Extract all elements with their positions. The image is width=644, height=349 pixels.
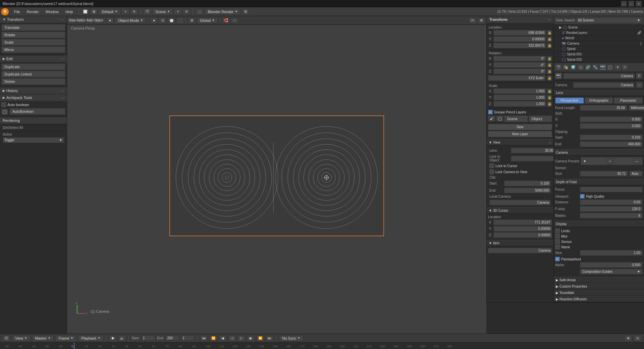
archipack-collapse[interactable]: — (61, 96, 64, 99)
lock-cursor-check[interactable] (489, 163, 494, 168)
scene-tab[interactable]: Scene (504, 115, 528, 122)
rot-x-lock[interactable]: 🔒 (547, 56, 552, 61)
scene-close-icon[interactable]: ✕ (183, 9, 190, 15)
translate-btn[interactable]: Translate (1, 24, 65, 31)
name-check[interactable] (555, 245, 560, 249)
current-frame-input[interactable] (181, 336, 195, 341)
sca-z-lock[interactable]: 🔒 (547, 101, 552, 107)
search-btn[interactable]: Search (565, 18, 575, 22)
rotate-btn[interactable]: Rotate (1, 32, 65, 38)
loc-z-input[interactable] (493, 43, 546, 48)
sensor-auto-dropdown[interactable]: Auto (629, 171, 643, 177)
anim-icon[interactable]: ⊙ (634, 335, 641, 341)
viewport-shade-btn[interactable]: ● (150, 17, 158, 23)
viewport-canvas[interactable]: Camera Persp (67, 25, 486, 327)
cam-presets-del[interactable]: — (634, 158, 640, 164)
disp-size-input[interactable] (580, 250, 643, 256)
end-frame-input[interactable] (166, 336, 179, 341)
scene-dropdown[interactable]: Scene (152, 9, 173, 15)
sca-y-input[interactable] (493, 95, 546, 100)
prop-material-icon[interactable]: ◯ (607, 64, 613, 70)
bottom-view-menu[interactable]: View (12, 335, 30, 341)
clip-end-prop-input[interactable] (580, 141, 643, 147)
engine-icon[interactable]: 🎥 (196, 9, 203, 15)
scene-btn[interactable]: ⚙ (478, 17, 485, 23)
mute-icon[interactable]: 🔈 (118, 335, 126, 341)
rotation-mode-input[interactable] (488, 75, 545, 81)
scene-item-renderlayers[interactable]: ☰ RenderLayers 🔗 (554, 30, 644, 36)
rot-y-input[interactable] (493, 62, 546, 68)
rot-x-input[interactable] (493, 56, 546, 61)
object-menu-btn[interactable]: Object (95, 17, 102, 23)
history-header[interactable]: ▶ History — (0, 87, 67, 94)
focal-unit-dropdown[interactable]: Millimeters (629, 105, 644, 111)
add-menu-btn[interactable]: Add (86, 17, 93, 23)
mist-check[interactable] (555, 234, 560, 239)
prop-physics-icon[interactable]: ⚛ (622, 64, 628, 70)
shift-y-input[interactable] (580, 123, 643, 129)
layout-add-icon[interactable]: + (122, 9, 129, 15)
pivot-dropdown[interactable]: Global (197, 17, 218, 23)
autobool-btn[interactable]: AutoBoolean (9, 108, 65, 115)
focal-input[interactable] (580, 105, 627, 111)
clip-start-input[interactable] (504, 181, 551, 186)
viewport-solid-btn[interactable]: ⬤ (168, 17, 175, 23)
custom-props-header[interactable]: ▶ Custom Properties (554, 283, 644, 290)
camera-obj-input[interactable] (573, 82, 635, 88)
proportional-btn[interactable]: ○ (231, 17, 238, 23)
orthographic-tab[interactable]: Orthographic (585, 97, 613, 104)
scene-item-root[interactable]: ▶ ◯ Scene (554, 25, 644, 30)
keying-icon[interactable]: ⊕ (625, 335, 632, 341)
jump-start-btn[interactable]: ⏮ (200, 335, 208, 341)
jump-end-btn[interactable]: ⏭ (266, 335, 273, 341)
sca-z-input[interactable] (493, 101, 546, 107)
play-reverse-btn[interactable]: ◁ (228, 335, 236, 341)
clip-end-input[interactable] (504, 188, 551, 193)
gamepad-btn[interactable]: 🎮 (469, 17, 476, 23)
sensor-size-input[interactable] (580, 171, 628, 177)
lens-input[interactable] (511, 148, 553, 153)
window-menu[interactable]: Window (43, 9, 61, 14)
prop-data-icon[interactable]: 📷 (599, 64, 606, 70)
auto-boolean-checkbox[interactable] (1, 102, 6, 107)
engine-icon2[interactable]: ⚙ (242, 9, 249, 15)
object-mode-dropdown[interactable]: Object Mode (115, 17, 146, 23)
panoramic-tab[interactable]: Panoramic (614, 97, 643, 104)
bottom-frame-menu[interactable]: Frame (56, 335, 76, 341)
view-btn[interactable]: View (556, 18, 563, 22)
clip-start-prop-input[interactable] (580, 135, 643, 140)
view-menu-btn[interactable]: View (68, 17, 76, 23)
minimize-button[interactable]: — (621, 1, 627, 6)
render-menu[interactable]: Render (24, 9, 42, 14)
prop-particles-icon[interactable]: ✦ (614, 64, 621, 70)
layout-icon2[interactable]: ⊞ (90, 9, 98, 15)
scene-icon[interactable]: 🎬 (144, 9, 151, 15)
viewport-wire-btn[interactable]: ⊙ (159, 17, 166, 23)
new-layer-btn[interactable]: New Layer (488, 131, 552, 137)
fstop-input[interactable] (580, 206, 643, 212)
layout-dropdown[interactable]: Default (99, 9, 121, 15)
rot-mode-lock[interactable]: 🔒 (547, 76, 552, 81)
camera-section-header[interactable]: Camera (554, 149, 644, 156)
camera-value-input[interactable] (489, 200, 551, 205)
loc-x-input[interactable] (493, 30, 546, 36)
blades-input[interactable] (580, 213, 643, 218)
distance-input[interactable] (580, 199, 643, 205)
duplicate-btn[interactable]: Duplicate (1, 63, 65, 70)
passepartout-check[interactable] (555, 257, 560, 261)
loc-y-input[interactable] (493, 36, 546, 42)
help-menu[interactable]: Help (63, 9, 76, 14)
next-frame-btn[interactable]: ⏩ (257, 335, 264, 341)
select-menu-btn[interactable]: Select (77, 17, 85, 23)
cam-obj-icon[interactable]: → (636, 82, 643, 88)
grease-pencil-check[interactable] (488, 110, 493, 114)
bottom-marker-menu[interactable]: Marker (32, 335, 54, 341)
next-keyframe-btn[interactable]: ▶ (247, 335, 255, 341)
prop-modifiers-icon[interactable]: 🔧 (592, 64, 599, 70)
cur-z-input[interactable] (493, 232, 552, 238)
action-dropdown[interactable]: Toggle ▼ (3, 137, 64, 143)
all-scenes-dropdown[interactable]: All Scenes ▼ (576, 17, 642, 23)
display-header[interactable]: Display (554, 221, 644, 227)
cam-browse-icon[interactable]: F (636, 73, 643, 79)
limits-check[interactable] (555, 229, 560, 233)
